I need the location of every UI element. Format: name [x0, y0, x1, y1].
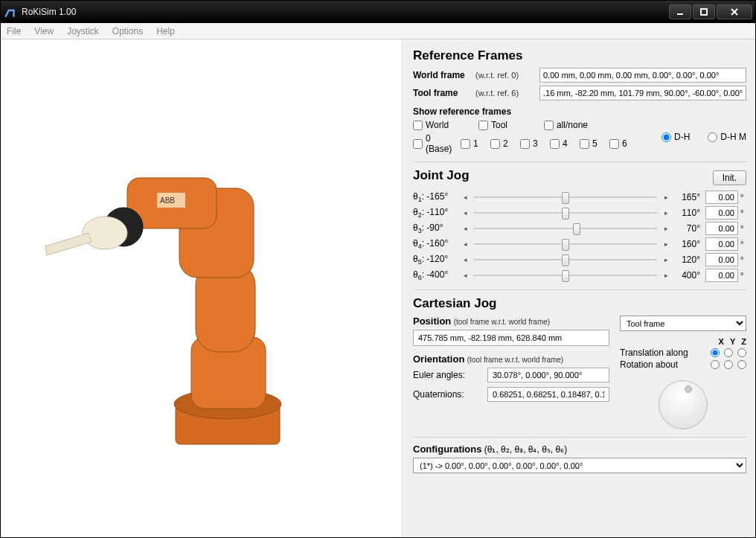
joint-value-2[interactable]: [705, 206, 738, 220]
show-ref-frames-label: Show reference frames: [413, 106, 746, 117]
joint-max-6: 400°: [673, 270, 700, 281]
rot-y[interactable]: [724, 360, 733, 369]
joint-dec-1[interactable]: ◂: [460, 191, 470, 203]
joint-slider-4[interactable]: [474, 239, 657, 249]
orientation-hint: (tool frame w.r.t. world frame): [467, 356, 563, 364]
joint-inc-5[interactable]: ▸: [661, 254, 671, 266]
joint-max-4: 160°: [673, 239, 700, 249]
joint-dec-3[interactable]: ◂: [460, 222, 470, 234]
tool-frame-input[interactable]: [539, 86, 746, 100]
menu-view[interactable]: View: [34, 26, 54, 36]
close-button[interactable]: [717, 4, 752, 19]
world-frame-input[interactable]: [539, 68, 746, 83]
orientation-label: Orientation: [413, 353, 464, 365]
xyz-z: Z: [741, 337, 746, 346]
rot-z[interactable]: [737, 360, 746, 369]
joint-value-3[interactable]: [705, 222, 738, 235]
joint-slider-5[interactable]: [474, 254, 657, 265]
joint-dec-6[interactable]: ◂: [460, 269, 470, 281]
chk-1[interactable]: 1: [461, 133, 487, 154]
radio-dh[interactable]: D-H: [662, 132, 690, 142]
joint-label-3: θ3: -90°: [413, 222, 458, 234]
joint-label-6: θ6: -400°: [413, 269, 458, 281]
rot-x[interactable]: [711, 360, 720, 369]
maximize-button[interactable]: [693, 4, 715, 19]
menu-file[interactable]: File: [7, 26, 21, 36]
position-hint: (tool frame w.r.t. world frame): [454, 318, 550, 326]
chk-0base[interactable]: 0 (Base): [413, 133, 458, 154]
svg-rect-1: [701, 9, 707, 15]
side-panel: Reference Frames World frame (w.r.t. ref…: [403, 39, 755, 537]
position-label: Position: [413, 316, 451, 327]
rotation-label: Rotation about: [620, 359, 678, 370]
minimize-button[interactable]: [669, 4, 691, 19]
world-frame-label: World frame: [413, 70, 471, 80]
init-button[interactable]: Init.: [713, 170, 746, 185]
xyz-y: Y: [730, 337, 735, 346]
joint-dec-2[interactable]: ◂: [460, 207, 470, 219]
joint-max-1: 165°: [673, 192, 700, 202]
euler-label: Euler angles:: [413, 370, 480, 380]
menu-options[interactable]: Options: [112, 26, 143, 36]
joint-slider-3[interactable]: [474, 223, 657, 234]
svg-text:ABB: ABB: [160, 196, 175, 205]
menu-help[interactable]: Help: [156, 26, 175, 36]
window-title: RoKiSim 1.00: [22, 7, 76, 17]
chk-world[interactable]: World: [413, 120, 475, 130]
robot-graphic: ABB: [1, 39, 403, 531]
frame-select[interactable]: Tool frame: [620, 316, 746, 331]
joint-dec-5[interactable]: ◂: [460, 254, 470, 266]
chk-4[interactable]: 4: [550, 133, 577, 154]
config-select[interactable]: (1*) -> 0.00°, 0.00°, 0.00°, 0.00°, 0.00…: [413, 458, 746, 473]
trans-x[interactable]: [711, 348, 720, 357]
joint-inc-2[interactable]: ▸: [661, 207, 671, 219]
quat-input[interactable]: [487, 387, 609, 402]
menu-joystick[interactable]: Joystick: [67, 26, 99, 36]
quat-label: Quaternions:: [413, 389, 480, 400]
chk-6[interactable]: 6: [609, 133, 636, 154]
trans-z[interactable]: [737, 348, 746, 357]
chk-allnone[interactable]: all/none: [544, 120, 606, 130]
joint-inc-4[interactable]: ▸: [661, 238, 671, 250]
chk-3[interactable]: 3: [520, 133, 547, 154]
joint-dec-4[interactable]: ◂: [460, 238, 470, 250]
svg-marker-14: [45, 233, 92, 255]
joint-max-5: 120°: [673, 254, 700, 265]
joint-row-5: θ5: -120°◂▸120°°: [413, 253, 746, 266]
joint-row-1: θ1: -165°◂▸165°°: [413, 190, 746, 204]
svg-point-13: [83, 217, 127, 249]
viewport-3d[interactable]: ABB: [1, 39, 403, 537]
euler-input[interactable]: [487, 368, 609, 382]
joint-value-5[interactable]: [705, 253, 738, 266]
joint-value-4[interactable]: [705, 237, 738, 251]
joint-row-6: θ6: -400°◂▸400°°: [413, 269, 746, 282]
app-icon: [4, 5, 17, 19]
joint-slider-6[interactable]: [474, 270, 657, 281]
config-label: Configurations: [413, 443, 481, 455]
joint-value-6[interactable]: [705, 269, 738, 282]
titlebar: RoKiSim 1.00: [1, 1, 755, 23]
heading-joint-jog: Joint Jog: [413, 168, 470, 183]
chk-2[interactable]: 2: [490, 133, 517, 154]
tool-frame-label: Tool frame: [413, 88, 471, 98]
joint-label-5: θ5: -120°: [413, 254, 458, 266]
joint-slider-1[interactable]: [474, 192, 657, 202]
position-input[interactable]: [413, 330, 609, 346]
tool-frame-sub: (w.r.t. ref. 6): [475, 89, 535, 97]
jog-knob[interactable]: [659, 380, 708, 429]
chk-5[interactable]: 5: [580, 133, 606, 154]
joint-inc-1[interactable]: ▸: [661, 191, 671, 203]
joint-row-2: θ2: -110°◂▸110°°: [413, 206, 746, 220]
world-frame-sub: (w.r.t. ref. 0): [475, 71, 535, 80]
joint-value-1[interactable]: [705, 190, 738, 204]
chk-tool[interactable]: Tool: [478, 120, 541, 130]
joint-row-4: θ4: -160°◂▸160°°: [413, 237, 746, 251]
joint-max-2: 110°: [673, 208, 700, 218]
joint-slider-2[interactable]: [474, 208, 657, 218]
trans-y[interactable]: [724, 348, 733, 357]
menu-bar: File View Joystick Options Help: [1, 23, 755, 39]
joint-inc-6[interactable]: ▸: [661, 269, 671, 281]
joint-inc-3[interactable]: ▸: [661, 222, 671, 234]
radio-dhm[interactable]: D-H M: [708, 132, 746, 142]
joint-label-4: θ4: -160°: [413, 238, 458, 250]
